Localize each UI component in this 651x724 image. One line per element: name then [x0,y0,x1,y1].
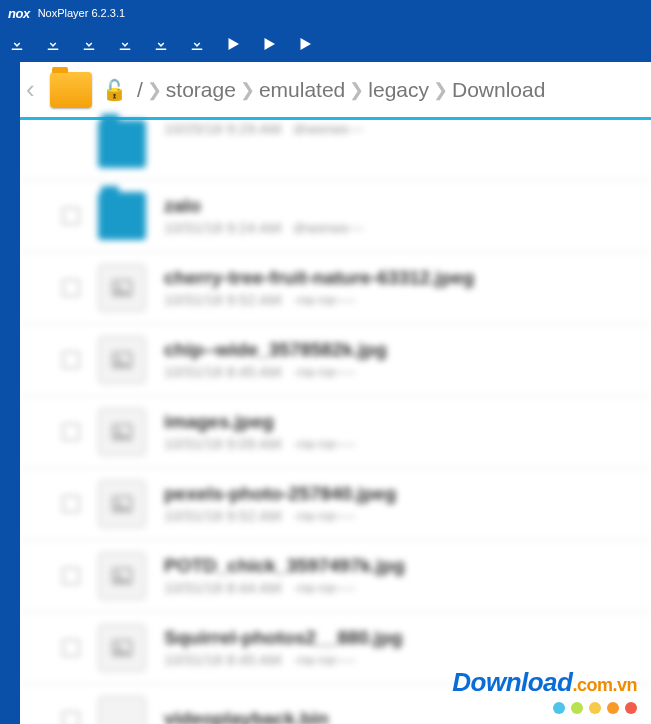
image-file-icon [98,480,146,528]
checkbox[interactable] [62,279,80,297]
file-perm: -rw-rw---- [294,507,356,524]
file-date: 10/31/18 9:52 AM [164,507,282,524]
download-icon-3[interactable] [80,35,98,53]
file-date: 10/31/18 8:45 AM [164,363,282,380]
file-name: videoplayback.bin [164,708,329,725]
image-file-icon [98,552,146,600]
file-perm: drwxrwx--- [294,219,364,236]
dot-icon [553,702,565,714]
crumb-storage[interactable]: storage [166,78,236,102]
download-icon-1[interactable] [8,35,26,53]
file-info: cherry-tree-fruit-nature-63312.jpeg10/31… [164,267,474,308]
file-perm: -rw-rw---- [294,291,356,308]
watermark: Download.com.vn [452,667,637,714]
play-icon-1[interactable] [224,35,242,53]
file-info: POTD_chick_3597497k.jpg10/31/18 8:44 AM-… [164,555,405,596]
file-row[interactable]: pexels-photo-257840.jpeg10/31/18 9:52 AM… [20,468,651,540]
file-name: Squirrel-photos2__880.jpg [164,627,403,649]
app-logo: nox [8,6,30,21]
checkbox[interactable] [62,495,80,513]
download-icon-4[interactable] [116,35,134,53]
image-file-icon [98,624,146,672]
file-manager: ‹ 🔓 / ❯ storage ❯ emulated ❯ legacy ❯ Do… [20,62,651,724]
play-icon-2[interactable] [260,35,278,53]
back-icon[interactable]: ‹ [26,74,44,105]
image-file-icon [98,408,146,456]
file-info: images.jpeg10/31/18 9:09 AM-rw-rw---- [164,411,355,452]
file-perm: drwxrwx--- [294,120,364,137]
checkbox[interactable] [62,639,80,657]
file-name: pexels-photo-257840.jpeg [164,483,396,505]
checkbox[interactable] [62,351,80,369]
file-date: 10/31/18 8:44 AM [164,579,282,596]
image-file-icon [98,264,146,312]
file-info: videoplayback.bin [164,708,329,725]
checkbox[interactable] [62,567,80,585]
file-date: 10/31/18 9:52 AM [164,291,282,308]
window-title: NoxPlayer 6.2.3.1 [38,7,125,19]
file-perm: -rw-rw---- [294,579,356,596]
chevron-right-icon: ❯ [433,79,448,101]
file-perm: -rw-rw---- [294,651,356,668]
svg-point-3 [117,356,121,360]
file-date: 10/31/18 9:09 AM [164,435,282,452]
dot-icon [589,702,601,714]
chevron-right-icon: ❯ [147,79,162,101]
breadcrumb-bar: ‹ 🔓 / ❯ storage ❯ emulated ❯ legacy ❯ Do… [20,62,651,120]
file-name: images.jpeg [164,411,355,433]
watermark-text: Download.com.vn [452,667,637,698]
breadcrumb[interactable]: / ❯ storage ❯ emulated ❯ legacy ❯ Downlo… [137,78,545,102]
watermark-suffix: .com.vn [572,675,637,695]
toolbar [0,26,651,62]
play-icon-3[interactable] [296,35,314,53]
folder-icon [98,120,146,168]
file-row[interactable]: zalo10/31/18 9:24 AMdrwxrwx--- [20,180,651,252]
folder-icon[interactable] [50,72,92,108]
file-info: Squirrel-photos2__880.jpg10/31/18 8:45 A… [164,627,403,668]
file-name: chip--wide_3578582k.jpg [164,339,387,361]
file-info: 10/25/18 9:29 AMdrwxrwx--- [164,120,364,137]
file-row[interactable]: cherry-tree-fruit-nature-63312.jpeg10/31… [20,252,651,324]
title-bar: nox NoxPlayer 6.2.3.1 [0,0,651,26]
dot-icon [571,702,583,714]
checkbox[interactable] [62,711,80,725]
file-row[interactable]: POTD_chick_3597497k.jpg10/31/18 8:44 AM-… [20,540,651,612]
file-info: pexels-photo-257840.jpeg10/31/18 9:52 AM… [164,483,396,524]
file-row[interactable]: images.jpeg10/31/18 9:09 AM-rw-rw---- [20,396,651,468]
folder-icon [98,192,146,240]
file-list[interactable]: 10/25/18 9:29 AMdrwxrwx---zalo10/31/18 9… [20,120,651,724]
chevron-right-icon: ❯ [240,79,255,101]
crumb-root[interactable]: / [137,78,143,102]
unlock-icon[interactable]: 🔓 [102,78,127,102]
crumb-emulated[interactable]: emulated [259,78,345,102]
svg-point-9 [117,572,121,576]
file-meta: 10/31/18 9:52 AM-rw-rw---- [164,291,474,308]
download-icon-6[interactable] [188,35,206,53]
checkbox[interactable] [62,423,80,441]
file-perm: -rw-rw---- [294,435,356,452]
binary-file-icon [98,696,146,725]
file-name: POTD_chick_3597497k.jpg [164,555,405,577]
file-meta: 10/31/18 9:09 AM-rw-rw---- [164,435,355,452]
svg-point-1 [117,284,121,288]
file-name: cherry-tree-fruit-nature-63312.jpeg [164,267,474,289]
file-date: 10/31/18 9:24 AM [164,219,282,236]
checkbox[interactable] [62,207,80,225]
watermark-dots [452,702,637,714]
chevron-right-icon: ❯ [349,79,364,101]
file-info: chip--wide_3578582k.jpg10/31/18 8:45 AM-… [164,339,387,380]
file-name: zalo [164,195,364,217]
file-meta: 10/31/18 8:44 AM-rw-rw---- [164,579,405,596]
file-row[interactable]: 10/25/18 9:29 AMdrwxrwx--- [20,120,651,180]
dot-icon [625,702,637,714]
dot-icon [607,702,619,714]
download-icon-2[interactable] [44,35,62,53]
download-icon-5[interactable] [152,35,170,53]
crumb-download[interactable]: Download [452,78,545,102]
file-row[interactable]: chip--wide_3578582k.jpg10/31/18 8:45 AM-… [20,324,651,396]
file-meta: 10/31/18 8:45 AM-rw-rw---- [164,363,387,380]
svg-point-7 [117,500,121,504]
file-perm: -rw-rw---- [294,363,356,380]
watermark-brand: Download [452,667,572,697]
crumb-legacy[interactable]: legacy [368,78,429,102]
